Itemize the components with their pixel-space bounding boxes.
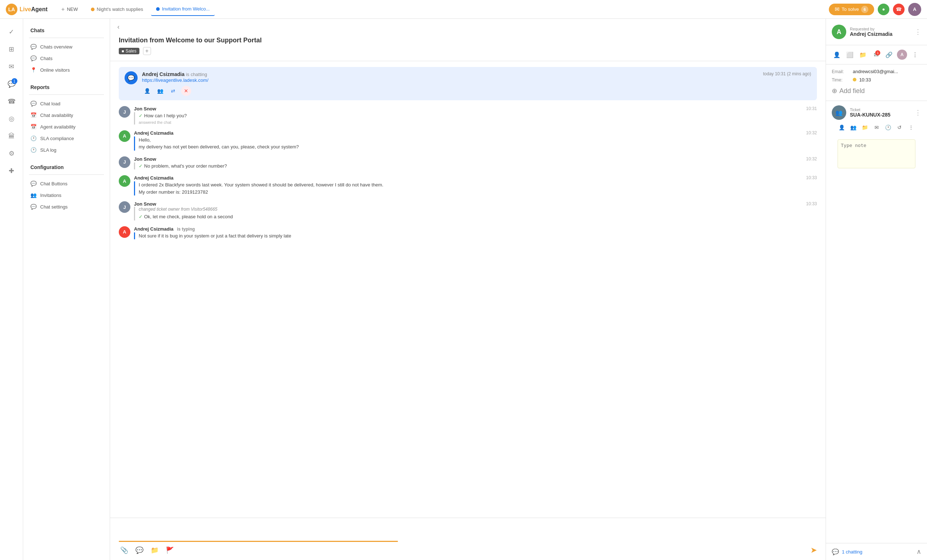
chats-overview-icon: 💬 <box>30 44 36 50</box>
ticket-email-icon[interactable]: ✉ <box>872 123 881 132</box>
phone-red-button[interactable]: ☎ <box>893 4 904 15</box>
requester-more-button[interactable]: ⋮ <box>915 28 921 36</box>
msg-avatar-andrej-6: A <box>119 226 130 238</box>
sidebar-chat-icon[interactable]: 💬 1 <box>5 77 19 91</box>
tab-dot-orange <box>91 8 94 11</box>
sidebar-email-icon[interactable]: ✉ <box>5 59 19 74</box>
banner-actions: 👤 👥 ⇄ ✕ <box>142 86 811 96</box>
ticket-clock-icon[interactable]: 🕐 <box>883 123 892 132</box>
right-person-icon[interactable]: 👤 <box>832 50 842 60</box>
reports-divider <box>29 94 104 95</box>
ticket-row: 👥 Ticket SUA-KUNUX-285 ⋮ <box>832 105 921 120</box>
sidebar-reports-icon[interactable]: ◎ <box>5 111 19 126</box>
msg-time-1: 10:31 <box>806 106 817 111</box>
nav-invitations[interactable]: 👥 Invitations <box>23 189 110 201</box>
nav-sla-compliance[interactable]: 🕐 SLA compliance <box>23 132 110 144</box>
sidebar-knowledge-icon[interactable]: 🏛 <box>5 129 19 143</box>
sidebar-settings-icon[interactable]: ⚙ <box>5 146 19 161</box>
chat-input-progress <box>119 541 398 542</box>
right-panel: A Requested by Andrej Csizmadia ⋮ 👤 ⬜ 📁 … <box>825 19 927 560</box>
right-avatar-icon[interactable]: A <box>897 50 907 60</box>
banner-transfer-button[interactable]: ⇄ <box>168 86 178 96</box>
ticket-person-icon[interactable]: 👤 <box>837 123 846 132</box>
banner-add-person-button[interactable]: 👥 <box>155 86 165 96</box>
msg-avatar-jon-1: J <box>119 106 130 118</box>
note-input[interactable] <box>837 140 915 168</box>
requester-info: Requested by Andrej Csizmadia <box>850 27 911 37</box>
banner-close-button[interactable]: ✕ <box>181 86 191 96</box>
chat-banner: 💬 Andrej Csizmadia is chatting https://l… <box>119 67 817 100</box>
ticket-history-icon[interactable]: ↺ <box>895 123 904 132</box>
user-avatar[interactable]: A <box>908 3 921 16</box>
nav-agent-availability[interactable]: 📅 Agent availability <box>23 121 110 132</box>
add-tag-button[interactable]: + <box>143 47 151 55</box>
tab-new[interactable]: + NEW <box>56 3 83 16</box>
nav-chats-overview[interactable]: 💬 Chats overview <box>23 41 110 53</box>
banner-chat-icon: 💬 <box>125 71 138 84</box>
ticket-group-icon[interactable]: 👥 <box>849 123 858 132</box>
ticket-folder-icon[interactable]: 📁 <box>861 123 869 132</box>
msg-time-4: 10:33 <box>806 175 817 180</box>
chat-messages: 💬 Andrej Csizmadia is chatting https://l… <box>110 61 825 518</box>
icon-sidebar: ✓ ⊞ ✉ 💬 1 ☎ ◎ 🏛 ⚙ ✚ <box>0 19 23 560</box>
msg-content-3: Jon Snow ✓No problem, what's your order … <box>134 156 802 170</box>
nav-online-visitors[interactable]: 📍 Online visitors <box>23 64 110 76</box>
sidebar-dashboard-icon[interactable]: ⊞ <box>5 42 19 56</box>
msg-text-2: Hello,my delivery has not yet been deliv… <box>139 137 802 150</box>
sidebar-phone-icon[interactable]: ☎ <box>5 94 19 109</box>
expand-button[interactable]: ∧ <box>916 548 921 555</box>
banner-link[interactable]: https://liveagentlive.ladesk.com/ <box>142 77 208 83</box>
msg-bubble-4: I ordered 2x Blackfyre swords last week.… <box>134 181 802 196</box>
add-field-button[interactable]: ⊕ Add field <box>832 85 921 96</box>
config-section-title: Configuration <box>23 161 110 171</box>
collapse-sidebar-button[interactable]: ‹ <box>117 23 120 31</box>
folder-button[interactable]: 📁 <box>149 545 160 555</box>
message-row-2: A Andrej Csizmadia Hello,my delivery has… <box>119 131 817 150</box>
invitations-icon: 👥 <box>30 192 36 198</box>
msg-sender-5: Jon Snow <box>134 201 802 207</box>
msg-content-4: Andrej Csizmadia I ordered 2x Blackfyre … <box>134 175 802 196</box>
flag-button[interactable]: 🚩 <box>164 545 175 555</box>
msg-text-1: ✓How can I help you? <box>139 112 802 120</box>
nav-chats[interactable]: 💬 Chats <box>23 53 110 64</box>
ticket-section: 👥 Ticket SUA-KUNUX-285 ⋮ 👤 👥 📁 ✉ 🕐 ↺ ⋮ <box>826 101 927 178</box>
banner-person-button[interactable]: 👤 <box>142 86 152 96</box>
note-button[interactable]: 💬 <box>134 545 145 555</box>
right-folder-icon[interactable]: 📁 <box>858 50 868 60</box>
config-divider <box>29 175 104 175</box>
ticket-more-icon[interactable]: ⋮ <box>907 123 915 132</box>
nav-chat-settings[interactable]: 💬 Chat settings <box>23 201 110 212</box>
sidebar-add-icon[interactable]: ✚ <box>5 164 19 178</box>
msg-sender-1: Jon Snow <box>134 106 802 111</box>
chat-input[interactable] <box>119 522 817 537</box>
status-green-button[interactable]: ● <box>878 4 889 15</box>
right-more-icon[interactable]: ⋮ <box>910 50 920 60</box>
ticket-more-button[interactable]: ⋮ <box>915 109 921 117</box>
nav-chat-load[interactable]: 💬 Chat load <box>23 98 110 109</box>
msg-bubble-3: ✓No problem, what's your order number? <box>134 162 802 170</box>
right-browser-icon[interactable]: ⬜ <box>845 50 855 60</box>
solve-button[interactable]: ✉ To solve 6 <box>829 4 874 15</box>
ticket-id: SUA-KUNUX-285 <box>850 112 911 118</box>
nav-sla-log[interactable]: 🕐 SLA log <box>23 144 110 156</box>
sidebar-check-icon[interactable]: ✓ <box>5 24 19 39</box>
chats-icon: 💬 <box>30 55 36 61</box>
send-button[interactable]: ➤ <box>810 545 817 555</box>
sales-tag: ■ Sales <box>119 48 140 54</box>
right-icons: 👤 ⬜ 📁 ✉ 1 🔗 A ⋮ <box>826 45 927 64</box>
tab-nights-watch[interactable]: Night's watch supplies <box>86 3 148 16</box>
right-email-icon[interactable]: ✉ 1 <box>871 50 881 60</box>
nav-chat-buttons[interactable]: 💬 Chat Buttons <box>23 178 110 189</box>
msg-sender-2: Andrej Csizmadia <box>134 131 802 136</box>
ticket-info: Ticket SUA-KUNUX-285 <box>850 108 911 118</box>
nav-chat-availability[interactable]: 📅 Chat availability <box>23 109 110 121</box>
chat-load-icon: 💬 <box>30 101 36 106</box>
right-link-icon[interactable]: 🔗 <box>884 50 894 60</box>
agent-avail-icon: 📅 <box>30 124 36 130</box>
tab-invitation[interactable]: Invitation from Welco... <box>151 3 215 16</box>
email-field-row: Email: andrewcsi03@gmai... <box>832 69 921 74</box>
attach-button[interactable]: 📎 <box>119 545 130 555</box>
chat-header: Invitation from Welcome to our Support P… <box>110 31 825 61</box>
topbar: LA LiveAgent + NEW Night's watch supplie… <box>0 0 927 19</box>
ticket-label: Ticket <box>850 108 911 112</box>
